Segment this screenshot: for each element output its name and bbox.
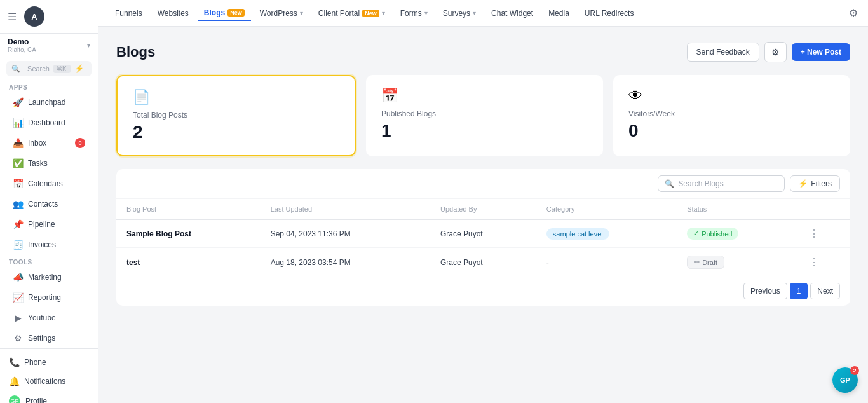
notifications-icon: 🔔 bbox=[9, 376, 19, 386]
sidebar-item-phone[interactable]: 📞 Phone bbox=[0, 353, 98, 372]
nav-label: Websites bbox=[158, 9, 189, 18]
search-blogs-input[interactable]: 🔍 Search Blogs bbox=[658, 175, 785, 192]
nav-forms[interactable]: Forms ▾ bbox=[394, 6, 434, 20]
settings-gear-button[interactable]: ⚙ bbox=[764, 42, 787, 62]
col-last-updated: Last Updated bbox=[261, 199, 430, 220]
col-status: Status bbox=[677, 199, 799, 220]
sidebar-item-label: Reporting bbox=[28, 293, 61, 302]
status-badge: ✓ Published bbox=[687, 228, 738, 240]
visitors-icon: 👁 bbox=[628, 88, 835, 104]
blog-posts-icon: 📄 bbox=[133, 89, 339, 106]
row-more-icon[interactable]: ⋮ bbox=[809, 228, 819, 239]
dashboard-icon: 📊 bbox=[13, 118, 23, 128]
profile-icon: GP bbox=[9, 395, 20, 403]
tools-section-label: Tools bbox=[0, 255, 98, 267]
sidebar-item-settings[interactable]: ⚙ Settings bbox=[4, 329, 94, 348]
nav-wordpress[interactable]: WordPress ▾ bbox=[254, 6, 309, 20]
sidebar-item-label: Invoices bbox=[28, 240, 56, 249]
nav-funnels[interactable]: Funnels bbox=[109, 6, 149, 20]
sidebar-item-pipeline[interactable]: 📌 Pipeline bbox=[4, 215, 94, 234]
row-more-icon[interactable]: ⋮ bbox=[809, 257, 819, 268]
calendars-icon: 📅 bbox=[13, 179, 23, 189]
sidebar-item-notifications[interactable]: 🔔 Notifications bbox=[0, 372, 98, 391]
pipeline-icon: 📌 bbox=[13, 219, 23, 229]
sidebar-item-dashboard[interactable]: 📊 Dashboard bbox=[4, 113, 94, 132]
category-cell: - bbox=[536, 248, 677, 277]
send-feedback-button[interactable]: Send Feedback bbox=[687, 43, 759, 62]
col-blog-post: Blog Post bbox=[116, 199, 261, 220]
sidebar-item-label: Launchpad bbox=[28, 98, 65, 107]
sidebar-item-contacts[interactable]: 👥 Contacts bbox=[4, 195, 94, 214]
sidebar-item-marketing[interactable]: 📣 Marketing bbox=[4, 268, 94, 287]
sidebar-item-youtube[interactable]: ▶ Youtube bbox=[4, 308, 94, 327]
account-switcher[interactable]: Demo Rialto, CA ▾ bbox=[0, 34, 98, 57]
next-page-button[interactable]: Next bbox=[810, 283, 840, 299]
widget-badge: 2 bbox=[850, 366, 859, 375]
lightning-icon: ⚡ bbox=[74, 64, 86, 73]
tasks-icon: ✅ bbox=[13, 158, 23, 168]
previous-page-button[interactable]: Previous bbox=[743, 283, 787, 299]
sidebar-item-profile[interactable]: GP Profile bbox=[0, 391, 98, 403]
arrow-annotation bbox=[202, 27, 285, 29]
main-area: Funnels Websites Blogs New WordPress ▾ C… bbox=[98, 0, 868, 403]
chevron-down-icon: ▾ bbox=[473, 10, 476, 17]
stat-card-visitors-week: 👁 Visitors/Week 0 bbox=[613, 75, 850, 156]
sidebar-item-tasks[interactable]: ✅ Tasks bbox=[4, 154, 94, 173]
search-shortcut: ⌘K bbox=[53, 65, 71, 73]
status-badge: ✏ Draft bbox=[687, 256, 724, 269]
sidebar-item-launchpad[interactable]: 🚀 Launchpad bbox=[4, 93, 94, 112]
sidebar-item-label: Dashboard bbox=[28, 118, 65, 127]
nav-label: Surveys bbox=[443, 9, 470, 18]
search-icon: 🔍 bbox=[11, 65, 24, 73]
blog-table: Blog Post Last Updated Updated By Catego… bbox=[116, 199, 850, 277]
widget-initials: GP bbox=[840, 376, 850, 384]
nav-url-redirects[interactable]: URL Redirects bbox=[578, 6, 641, 20]
account-name: Demo bbox=[8, 38, 83, 46]
sidebar-item-calendars[interactable]: 📅 Calendars bbox=[4, 174, 94, 193]
hamburger-icon[interactable]: ☰ bbox=[8, 11, 17, 23]
nav-surveys[interactable]: Surveys ▾ bbox=[437, 6, 482, 20]
avatar: A bbox=[24, 6, 44, 27]
nav-websites[interactable]: Websites bbox=[151, 6, 195, 20]
nav-media[interactable]: Media bbox=[542, 6, 576, 20]
chevron-down-icon: ▾ bbox=[382, 10, 385, 17]
page-title: Blogs bbox=[116, 44, 155, 60]
nav-label: Blogs bbox=[204, 8, 225, 17]
page-1-button[interactable]: 1 bbox=[790, 283, 808, 299]
sidebar-item-inbox[interactable]: 📥 Inbox 0 bbox=[4, 133, 94, 153]
stats-section: 📄 Total Blog Posts 2 📅 Published Blogs 1… bbox=[116, 75, 850, 156]
stat-card-published-blogs: 📅 Published Blogs 1 bbox=[366, 75, 603, 156]
invoices-icon: 🧾 bbox=[13, 240, 23, 250]
sidebar-item-label: Tasks bbox=[28, 159, 48, 168]
stat-value-published: 1 bbox=[381, 121, 588, 141]
last-updated-cell: Aug 18, 2023 03:54 PM bbox=[261, 248, 430, 277]
global-search[interactable]: 🔍 Search ⌘K ⚡ bbox=[6, 61, 92, 76]
search-placeholder: Search Blogs bbox=[678, 179, 723, 188]
chevron-down-icon: ▾ bbox=[300, 10, 303, 17]
sidebar: ☰ A Demo Rialto, CA ▾ 🔍 Search ⌘K ⚡ Apps… bbox=[0, 0, 98, 403]
blog-post-title[interactable]: Sample Blog Post bbox=[126, 229, 191, 238]
phone-icon: 📞 bbox=[9, 357, 19, 367]
stat-card-total-blog-posts: 📄 Total Blog Posts 2 bbox=[116, 75, 356, 156]
sidebar-item-label: Calendars bbox=[28, 179, 63, 188]
nav-label: WordPress bbox=[260, 9, 297, 18]
filters-label: Filters bbox=[811, 179, 832, 188]
sidebar-item-reporting[interactable]: 📈 Reporting bbox=[4, 288, 94, 307]
status-cell: ✓ Published bbox=[677, 220, 799, 248]
stat-value-visitors: 0 bbox=[628, 121, 835, 141]
nav-blogs[interactable]: Blogs New bbox=[198, 6, 251, 21]
blog-table-section: 🔍 Search Blogs ⚡ Filters Blog Post Last … bbox=[116, 169, 850, 306]
bottom-right-widget[interactable]: GP 2 bbox=[832, 367, 858, 393]
filter-icon: ⚡ bbox=[798, 179, 808, 188]
nav-label: Chat Widget bbox=[491, 9, 533, 18]
blog-post-title[interactable]: test bbox=[126, 258, 140, 267]
sidebar-header: ☰ A bbox=[0, 0, 98, 34]
marketing-icon: 📣 bbox=[13, 272, 23, 282]
table-toolbar: 🔍 Search Blogs ⚡ Filters bbox=[116, 169, 850, 199]
nav-client-portal[interactable]: Client Portal New ▾ bbox=[312, 6, 391, 20]
sidebar-item-invoices[interactable]: 🧾 Invoices bbox=[4, 235, 94, 254]
nav-chat-widget[interactable]: Chat Widget bbox=[485, 6, 539, 20]
nav-gear-icon[interactable]: ⚙ bbox=[849, 7, 858, 19]
filters-button[interactable]: ⚡ Filters bbox=[790, 175, 840, 192]
new-post-button[interactable]: + New Post bbox=[792, 43, 850, 61]
